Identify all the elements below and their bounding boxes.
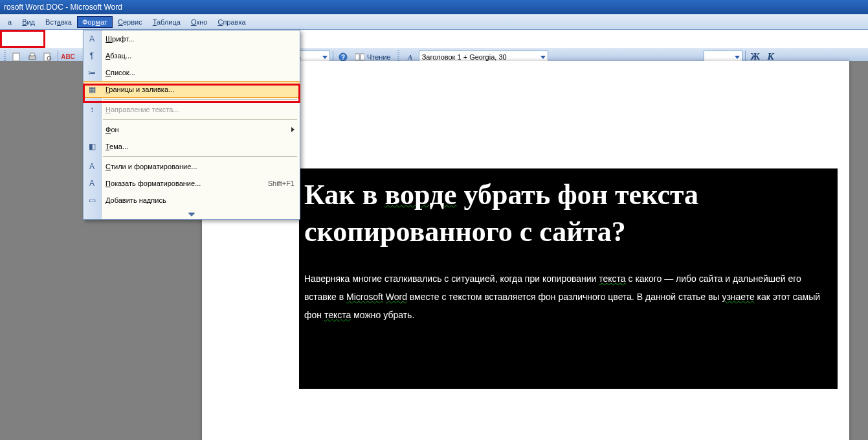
menu-item-окно[interactable]: Окно bbox=[186, 16, 213, 28]
title-bar: rosoft Word.DOC - Microsoft Word bbox=[0, 0, 868, 14]
svg-text:?: ? bbox=[341, 54, 345, 61]
menu-item-icon: ▦ bbox=[86, 84, 98, 95]
format-menu-item[interactable]: ▦Границы и заливка... bbox=[83, 81, 300, 98]
svg-rect-2 bbox=[30, 53, 34, 56]
format-menu-item[interactable]: ▭Добавить надпись bbox=[83, 192, 300, 209]
menu-separator bbox=[103, 99, 297, 100]
menu-separator bbox=[103, 119, 297, 120]
menu-item-icon: ¶ bbox=[86, 50, 98, 62]
menu-item-label: Тема... bbox=[106, 143, 128, 150]
format-menu-item[interactable]: AСтили и форматирование... bbox=[83, 158, 300, 175]
menu-item-вставка[interactable]: Вставка bbox=[40, 16, 77, 28]
menu-item-label: Абзац... bbox=[106, 52, 131, 60]
menu-item-icon: ◧ bbox=[86, 141, 98, 152]
format-menu-item[interactable]: ◧Тема... bbox=[83, 138, 300, 155]
document-heading: Как в ворде убрать фон текста скопирован… bbox=[304, 176, 832, 250]
menu-item-label: Направление текста... bbox=[106, 106, 179, 113]
menu-separator bbox=[103, 156, 297, 157]
menu-item-shortcut: Shift+F1 bbox=[268, 179, 295, 187]
svg-rect-0 bbox=[13, 53, 19, 61]
menu-item-icon: A bbox=[86, 161, 98, 172]
menu-item-label: Список... bbox=[106, 69, 135, 76]
menu-item-icon: A bbox=[86, 178, 98, 189]
menu-item-формат[interactable]: Формат bbox=[77, 16, 113, 28]
svg-rect-3 bbox=[44, 53, 50, 61]
submenu-arrow-icon bbox=[291, 127, 295, 132]
menu-item-таблица[interactable]: Таблица bbox=[148, 16, 186, 28]
chevron-down-icon bbox=[188, 213, 195, 216]
menu-item-label: Стили и форматирование... bbox=[106, 163, 197, 170]
menu-item-icon bbox=[86, 124, 98, 135]
format-menu-item[interactable]: AПоказать форматирование...Shift+F1 bbox=[83, 175, 300, 192]
selected-text-block[interactable]: Как в ворде убрать фон текста скопирован… bbox=[299, 168, 838, 389]
menu-item-label: Добавить надпись bbox=[106, 196, 166, 204]
format-menu-item[interactable]: ¶Абзац... bbox=[83, 47, 300, 64]
menu-item-label: Границы и заливка... bbox=[106, 86, 174, 93]
menu-item-вид[interactable]: Вид bbox=[17, 16, 40, 28]
format-menu-item: ↕Направление текста... bbox=[83, 101, 300, 118]
menu-item-icon: ▭ bbox=[86, 194, 98, 206]
reading-label: Чтение bbox=[367, 53, 391, 61]
format-menu-item[interactable]: ≔Список... bbox=[83, 64, 300, 81]
menu-item-icon: A bbox=[86, 33, 98, 45]
menu-item-справка[interactable]: Справка bbox=[212, 16, 250, 28]
svg-rect-1 bbox=[29, 56, 36, 60]
menu-item-label: Фон bbox=[106, 126, 119, 133]
highlight-format-menu bbox=[0, 30, 45, 48]
window-title: rosoft Word.DOC - Microsoft Word bbox=[4, 3, 122, 12]
format-menu-item[interactable]: Фон bbox=[83, 121, 300, 138]
menu-item-сервис[interactable]: Сервис bbox=[113, 16, 148, 28]
expand-menu-button[interactable] bbox=[83, 209, 300, 219]
menu-item-icon: ↕ bbox=[86, 104, 98, 115]
format-menu-dropdown: AШрифт...¶Абзац...≔Список...▦Границы и з… bbox=[83, 30, 300, 220]
svg-rect-8 bbox=[361, 54, 364, 60]
svg-rect-7 bbox=[355, 54, 359, 60]
menu-item-label: Шрифт... bbox=[106, 35, 134, 43]
menu-item-label: Показать форматирование... bbox=[106, 179, 201, 187]
document-body: Наверняка многие сталкивались с ситуацие… bbox=[304, 270, 832, 324]
format-menu-item[interactable]: AШрифт... bbox=[83, 30, 300, 47]
menu-bar: аВидВставкаФорматСервисТаблицаОкноСправк… bbox=[0, 14, 868, 30]
menu-item-а[interactable]: а bbox=[3, 16, 17, 28]
menu-item-icon: ≔ bbox=[86, 67, 98, 78]
